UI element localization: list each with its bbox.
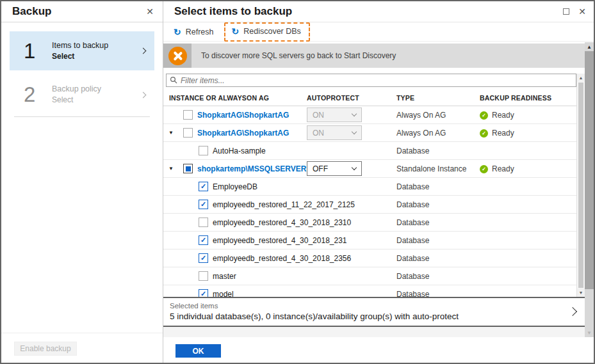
table-row: ✓employeedb_restored_4_30_2018_231Databa… xyxy=(163,232,576,249)
refresh-label: Refresh xyxy=(186,28,214,36)
rediscover-dbs-button[interactable]: ↻ Rediscover DBs xyxy=(232,27,301,36)
expand-icon[interactable]: ▼ xyxy=(168,130,178,136)
item-type: Always On AG xyxy=(396,111,446,120)
command-bar: ↻ Refresh ↻ Rediscover DBs xyxy=(163,22,594,42)
readiness-label: Ready xyxy=(492,111,514,120)
chevron-down-icon xyxy=(352,165,357,170)
refresh-icon: ↻ xyxy=(232,27,240,36)
tools-icon xyxy=(168,47,187,65)
backup-readiness: ✓Ready xyxy=(480,164,514,173)
table-row: ✓EmployeeDBDatabase xyxy=(163,178,576,196)
row-checkbox[interactable] xyxy=(183,164,193,173)
step-label: Backup policy xyxy=(52,84,141,95)
chevron-right-icon xyxy=(140,91,147,98)
scrollbar-thumb[interactable] xyxy=(578,83,583,288)
select-items-blade: Select items to backup ✕ ↻ Refresh ↻ Red… xyxy=(163,1,594,363)
chevron-right-icon xyxy=(140,48,147,54)
backup-readiness: ✓Ready xyxy=(480,129,514,138)
row-checkbox[interactable] xyxy=(183,110,193,120)
filter-row xyxy=(166,74,576,87)
step-backup-policy[interactable]: 2 Backup policy Select xyxy=(10,78,154,111)
item-type: Database xyxy=(396,272,429,281)
row-checkbox[interactable]: ✓ xyxy=(199,182,208,191)
autoprotect-dropdown[interactable]: OFF xyxy=(307,161,362,176)
blade-scrollbar[interactable]: ▲ ▼ xyxy=(585,42,594,337)
expand-icon[interactable]: ▼ xyxy=(168,166,178,171)
ready-icon: ✓ xyxy=(480,129,488,138)
page-title: Select items to backup xyxy=(174,5,292,18)
item-type: Database xyxy=(396,146,429,155)
item-type: Database xyxy=(396,182,429,191)
scrollbar-thumb[interactable] xyxy=(585,51,594,289)
item-name: EmployeeDB xyxy=(213,182,257,191)
column-header: TYPE xyxy=(396,94,414,102)
readiness-label: Ready xyxy=(492,164,514,173)
refresh-icon: ↻ xyxy=(174,28,181,36)
ok-button[interactable]: OK xyxy=(175,344,221,358)
table-row: masterDatabase xyxy=(163,267,576,285)
column-header: INSTANCE OR ALWAYSON AG xyxy=(169,94,269,102)
item-type: Database xyxy=(396,236,429,245)
item-name-cell: ✓EmployeeDB xyxy=(163,178,576,195)
indeterminate-mark xyxy=(186,166,191,171)
item-type: Database xyxy=(396,254,429,263)
table-row: employeedb_restored_4_30_2018_2310Databa… xyxy=(163,214,576,232)
scroll-down-icon[interactable]: ▼ xyxy=(585,328,594,337)
refresh-button[interactable]: ↻ Refresh xyxy=(174,28,214,36)
step-number: 2 xyxy=(24,83,52,107)
ready-icon: ✓ xyxy=(480,165,488,173)
divider xyxy=(14,116,150,117)
row-checkbox[interactable] xyxy=(199,271,208,281)
spacer-strip xyxy=(163,327,585,337)
close-icon[interactable]: ✕ xyxy=(578,6,586,17)
row-checkbox[interactable] xyxy=(199,218,208,227)
row-checkbox[interactable] xyxy=(199,146,208,155)
scroll-up-icon[interactable]: ▲ xyxy=(577,74,585,82)
chevron-right-icon xyxy=(568,307,577,316)
rediscover-highlight-box: ↻ Rediscover DBs xyxy=(224,22,310,42)
item-name-cell: AutoHa-sample xyxy=(163,142,576,159)
row-checkbox[interactable]: ✓ xyxy=(199,200,208,209)
blade-content: To discover more SQL servers go back to … xyxy=(163,42,585,363)
scroll-down-icon[interactable]: ▼ xyxy=(577,289,585,297)
item-name-cell: employeedb_restored_4_30_2018_2310 xyxy=(163,214,576,231)
maximize-icon[interactable] xyxy=(563,8,569,15)
item-name: model xyxy=(213,290,234,297)
row-checkbox[interactable]: ✓ xyxy=(199,289,208,297)
right-blade-header: Select items to backup ✕ xyxy=(163,1,594,22)
divider xyxy=(1,333,163,333)
item-type: Always On AG xyxy=(396,129,446,138)
item-name: employeedb_restored_11_22_2017_2125 xyxy=(213,200,355,209)
selected-items-label: Selected items xyxy=(170,302,566,310)
item-name-cell: ✓employeedb_restored_4_30_2018_2356 xyxy=(163,249,576,267)
table-scrollbar[interactable]: ▲ ▼ xyxy=(576,74,585,297)
scroll-up-icon[interactable]: ▲ xyxy=(585,42,594,51)
dropdown-value: ON xyxy=(313,111,324,120)
item-name[interactable]: ShopkartAG\ShopkartAG xyxy=(197,111,289,120)
dropdown-value: OFF xyxy=(313,164,328,173)
selected-items-summary[interactable]: Selected items 5 individual database(s),… xyxy=(163,297,585,327)
row-checkbox[interactable]: ✓ xyxy=(199,253,208,263)
filter-items-input[interactable] xyxy=(166,74,576,87)
info-banner: To discover more SQL servers go back to … xyxy=(163,44,585,68)
item-type: Database xyxy=(396,200,429,209)
table-row: ✓employeedb_restored_11_22_2017_2125Data… xyxy=(163,196,576,214)
item-name-cell: ✓employeedb_restored_4_30_2018_231 xyxy=(163,232,576,249)
item-type: Database xyxy=(396,290,429,297)
item-name[interactable]: ShopkartAG\ShopkartAG xyxy=(197,129,289,138)
dropdown-value: ON xyxy=(313,129,324,138)
row-checkbox[interactable]: ✓ xyxy=(199,235,208,245)
step-label: Items to backup xyxy=(52,40,141,51)
column-header: AUTOPROTECT xyxy=(307,94,359,102)
chevron-down-icon xyxy=(352,111,357,116)
item-name-cell: ShopkartAG\ShopkartAG xyxy=(163,106,576,123)
item-name: employeedb_restored_4_30_2018_2310 xyxy=(213,218,351,227)
item-type: Database xyxy=(396,218,429,227)
step-items-to-backup[interactable]: 1 Items to backup Select xyxy=(10,31,154,70)
item-name-cell: ✓model xyxy=(163,285,576,297)
table-header-row: INSTANCE OR ALWAYSON AGAUTOPROTECTTYPEBA… xyxy=(163,87,576,106)
row-checkbox[interactable] xyxy=(183,128,193,138)
readiness-label: Ready xyxy=(492,129,514,138)
close-icon[interactable]: ✕ xyxy=(146,6,154,17)
item-name[interactable]: shopkartemp\MSSQLSERVER xyxy=(197,164,306,173)
